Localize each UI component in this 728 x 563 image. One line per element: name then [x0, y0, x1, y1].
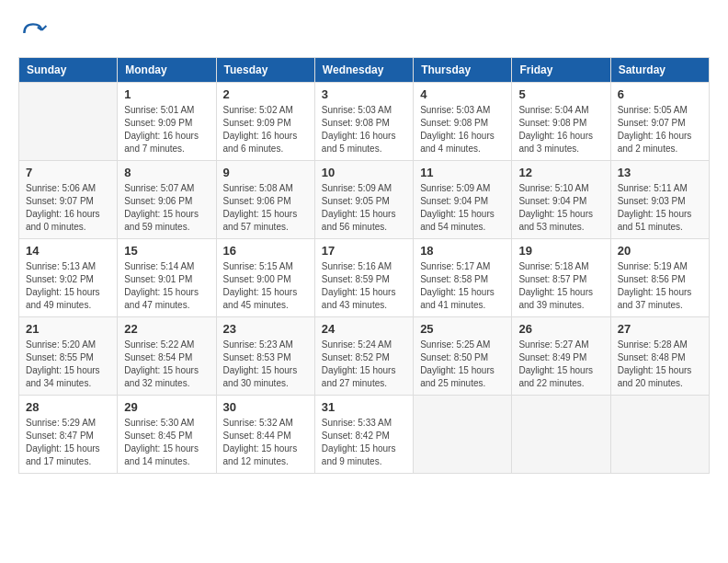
calendar-cell: 4Sunrise: 5:03 AM Sunset: 9:08 PM Daylig… — [414, 83, 512, 161]
weekday-friday: Friday — [512, 58, 610, 83]
day-info: Sunrise: 5:16 AM Sunset: 8:59 PM Dayligh… — [322, 260, 406, 312]
weekday-saturday: Saturday — [610, 58, 709, 83]
day-info: Sunrise: 5:33 AM Sunset: 8:42 PM Dayligh… — [322, 417, 406, 468]
day-number: 25 — [420, 322, 505, 336]
day-info: Sunrise: 5:11 AM Sunset: 9:03 PM Dayligh… — [618, 182, 702, 234]
calendar-cell: 7Sunrise: 5:06 AM Sunset: 9:07 PM Daylig… — [19, 161, 118, 239]
calendar-cell: 24Sunrise: 5:24 AM Sunset: 8:52 PM Dayli… — [314, 317, 413, 396]
day-info: Sunrise: 5:29 AM Sunset: 8:47 PM Dayligh… — [26, 417, 110, 468]
day-info: Sunrise: 5:22 AM Sunset: 8:54 PM Dayligh… — [124, 339, 209, 390]
calendar-table: SundayMondayTuesdayWednesdayThursdayFrid… — [18, 57, 710, 474]
day-number: 22 — [124, 322, 209, 336]
calendar-week-1: 1Sunrise: 5:01 AM Sunset: 9:09 PM Daylig… — [19, 83, 710, 161]
day-number: 7 — [26, 166, 110, 179]
calendar-cell — [19, 83, 118, 161]
weekday-sunday: Sunday — [19, 58, 118, 83]
day-number: 2 — [223, 87, 308, 101]
day-number: 8 — [124, 166, 209, 179]
calendar-cell: 12Sunrise: 5:10 AM Sunset: 9:04 PM Dayli… — [512, 161, 610, 239]
weekday-tuesday: Tuesday — [216, 58, 314, 83]
day-info: Sunrise: 5:28 AM Sunset: 8:48 PM Dayligh… — [618, 339, 702, 390]
calendar-cell — [512, 396, 610, 474]
day-number: 26 — [518, 322, 603, 336]
day-number: 28 — [26, 400, 110, 414]
weekday-monday: Monday — [118, 58, 216, 83]
calendar-cell: 26Sunrise: 5:27 AM Sunset: 8:49 PM Dayli… — [512, 317, 610, 396]
calendar-cell: 14Sunrise: 5:13 AM Sunset: 9:02 PM Dayli… — [19, 239, 118, 317]
day-info: Sunrise: 5:07 AM Sunset: 9:06 PM Dayligh… — [124, 182, 209, 234]
calendar-cell: 16Sunrise: 5:15 AM Sunset: 9:00 PM Dayli… — [216, 239, 314, 317]
day-info: Sunrise: 5:15 AM Sunset: 9:00 PM Dayligh… — [223, 260, 308, 312]
day-number: 31 — [322, 400, 406, 414]
day-number: 13 — [618, 166, 702, 179]
day-number: 19 — [518, 244, 603, 258]
logo — [18, 18, 53, 48]
day-number: 4 — [420, 87, 505, 101]
calendar-cell: 21Sunrise: 5:20 AM Sunset: 8:55 PM Dayli… — [19, 317, 118, 396]
day-number: 16 — [223, 244, 308, 258]
page-header — [18, 18, 710, 48]
calendar-week-4: 21Sunrise: 5:20 AM Sunset: 8:55 PM Dayli… — [19, 317, 710, 396]
calendar-cell: 29Sunrise: 5:30 AM Sunset: 8:45 PM Dayli… — [118, 396, 216, 474]
day-info: Sunrise: 5:01 AM Sunset: 9:09 PM Dayligh… — [124, 104, 209, 155]
weekday-thursday: Thursday — [414, 58, 512, 83]
calendar-cell: 13Sunrise: 5:11 AM Sunset: 9:03 PM Dayli… — [610, 161, 709, 239]
day-info: Sunrise: 5:06 AM Sunset: 9:07 PM Dayligh… — [26, 182, 110, 234]
day-info: Sunrise: 5:23 AM Sunset: 8:53 PM Dayligh… — [223, 339, 308, 390]
calendar-cell: 20Sunrise: 5:19 AM Sunset: 8:56 PM Dayli… — [610, 239, 709, 317]
weekday-header-row: SundayMondayTuesdayWednesdayThursdayFrid… — [19, 58, 710, 83]
calendar-cell: 1Sunrise: 5:01 AM Sunset: 9:09 PM Daylig… — [118, 83, 216, 161]
calendar-cell — [610, 396, 709, 474]
day-info: Sunrise: 5:17 AM Sunset: 8:58 PM Dayligh… — [420, 260, 505, 312]
day-number: 29 — [124, 400, 209, 414]
day-info: Sunrise: 5:04 AM Sunset: 9:08 PM Dayligh… — [518, 104, 603, 155]
day-info: Sunrise: 5:05 AM Sunset: 9:07 PM Dayligh… — [618, 104, 702, 155]
day-info: Sunrise: 5:08 AM Sunset: 9:06 PM Dayligh… — [223, 182, 308, 234]
calendar-cell: 11Sunrise: 5:09 AM Sunset: 9:04 PM Dayli… — [414, 161, 512, 239]
calendar-cell: 15Sunrise: 5:14 AM Sunset: 9:01 PM Dayli… — [118, 239, 216, 317]
day-number: 15 — [124, 244, 209, 258]
calendar-cell: 28Sunrise: 5:29 AM Sunset: 8:47 PM Dayli… — [19, 396, 118, 474]
day-number: 20 — [618, 244, 702, 258]
calendar-cell: 19Sunrise: 5:18 AM Sunset: 8:57 PM Dayli… — [512, 239, 610, 317]
day-number: 11 — [420, 166, 505, 179]
day-info: Sunrise: 5:09 AM Sunset: 9:04 PM Dayligh… — [420, 182, 505, 234]
day-number: 1 — [124, 87, 209, 101]
day-info: Sunrise: 5:27 AM Sunset: 8:49 PM Dayligh… — [518, 339, 603, 390]
calendar-cell: 22Sunrise: 5:22 AM Sunset: 8:54 PM Dayli… — [118, 317, 216, 396]
day-info: Sunrise: 5:14 AM Sunset: 9:01 PM Dayligh… — [124, 260, 209, 312]
day-number: 14 — [26, 244, 110, 258]
calendar-week-3: 14Sunrise: 5:13 AM Sunset: 9:02 PM Dayli… — [19, 239, 710, 317]
day-info: Sunrise: 5:13 AM Sunset: 9:02 PM Dayligh… — [26, 260, 110, 312]
calendar-cell: 30Sunrise: 5:32 AM Sunset: 8:44 PM Dayli… — [216, 396, 314, 474]
day-number: 5 — [518, 87, 603, 101]
calendar-cell: 6Sunrise: 5:05 AM Sunset: 9:07 PM Daylig… — [610, 83, 709, 161]
calendar-cell: 10Sunrise: 5:09 AM Sunset: 9:05 PM Dayli… — [314, 161, 413, 239]
day-number: 10 — [322, 166, 406, 179]
day-number: 30 — [223, 400, 308, 414]
calendar-week-2: 7Sunrise: 5:06 AM Sunset: 9:07 PM Daylig… — [19, 161, 710, 239]
logo-icon — [18, 18, 48, 48]
day-info: Sunrise: 5:32 AM Sunset: 8:44 PM Dayligh… — [223, 417, 308, 468]
day-number: 6 — [618, 87, 702, 101]
day-number: 24 — [322, 322, 406, 336]
day-info: Sunrise: 5:03 AM Sunset: 9:08 PM Dayligh… — [420, 104, 505, 155]
day-info: Sunrise: 5:10 AM Sunset: 9:04 PM Dayligh… — [518, 182, 603, 234]
day-info: Sunrise: 5:24 AM Sunset: 8:52 PM Dayligh… — [322, 339, 406, 390]
day-number: 9 — [223, 166, 308, 179]
calendar-cell: 18Sunrise: 5:17 AM Sunset: 8:58 PM Dayli… — [414, 239, 512, 317]
calendar-cell: 23Sunrise: 5:23 AM Sunset: 8:53 PM Dayli… — [216, 317, 314, 396]
day-number: 23 — [223, 322, 308, 336]
day-info: Sunrise: 5:18 AM Sunset: 8:57 PM Dayligh… — [518, 260, 603, 312]
day-info: Sunrise: 5:03 AM Sunset: 9:08 PM Dayligh… — [322, 104, 406, 155]
day-number: 3 — [322, 87, 406, 101]
day-info: Sunrise: 5:30 AM Sunset: 8:45 PM Dayligh… — [124, 417, 209, 468]
calendar-body: 1Sunrise: 5:01 AM Sunset: 9:09 PM Daylig… — [19, 83, 710, 474]
calendar-cell: 2Sunrise: 5:02 AM Sunset: 9:09 PM Daylig… — [216, 83, 314, 161]
calendar-cell: 25Sunrise: 5:25 AM Sunset: 8:50 PM Dayli… — [414, 317, 512, 396]
day-number: 17 — [322, 244, 406, 258]
calendar-week-5: 28Sunrise: 5:29 AM Sunset: 8:47 PM Dayli… — [19, 396, 710, 474]
day-info: Sunrise: 5:19 AM Sunset: 8:56 PM Dayligh… — [618, 260, 702, 312]
calendar-cell: 9Sunrise: 5:08 AM Sunset: 9:06 PM Daylig… — [216, 161, 314, 239]
day-number: 21 — [26, 322, 110, 336]
